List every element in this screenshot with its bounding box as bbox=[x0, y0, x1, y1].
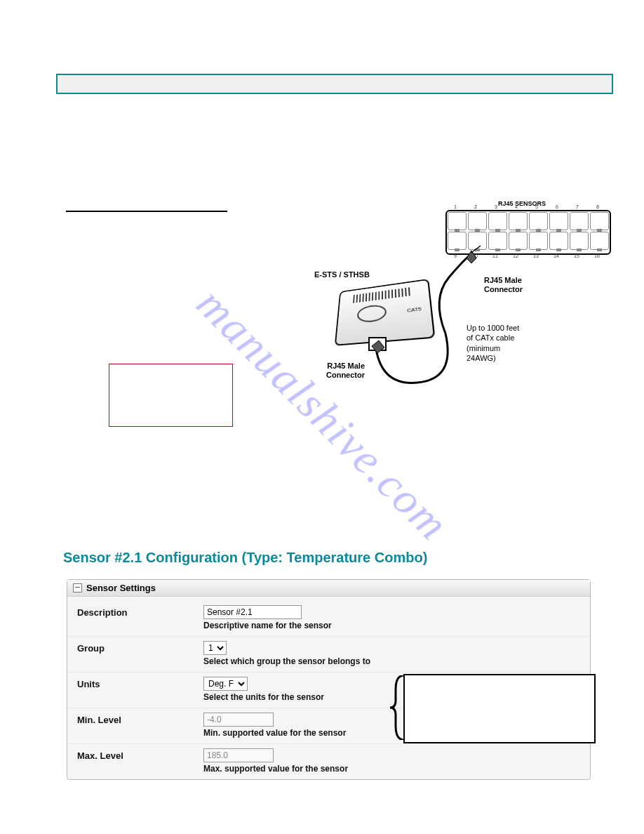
connection-diagram: RJ45 SENSORS 1 2 3 4 5 6 7 8 9 10 11 12 … bbox=[309, 200, 610, 397]
panel-header-label: Sensor Settings bbox=[86, 583, 156, 593]
group-label: Group bbox=[77, 641, 203, 654]
range-callout-box bbox=[403, 674, 596, 743]
units-label: Units bbox=[77, 677, 203, 689]
group-help: Select which group the sensor belongs to bbox=[203, 656, 580, 666]
description-label: Description bbox=[77, 605, 203, 618]
field-group: Group 1 Select which group the sensor be… bbox=[67, 637, 590, 673]
field-description: Description Descriptive name for the sen… bbox=[67, 601, 590, 637]
rj45-male-bottom-label: RJ45 Male Connector bbox=[323, 362, 365, 380]
rj45-male-top-label: RJ45 Male Connector bbox=[484, 276, 523, 294]
collapse-icon[interactable] bbox=[73, 583, 82, 593]
svg-marker-1 bbox=[372, 340, 384, 353]
max-level-label: Max. Level bbox=[77, 748, 203, 761]
units-select[interactable]: Deg. F bbox=[203, 677, 248, 691]
panel-header[interactable]: Sensor Settings bbox=[67, 580, 590, 597]
config-page-title: Sensor #2.1 Configuration (Type: Tempera… bbox=[63, 550, 427, 566]
description-input[interactable] bbox=[203, 605, 302, 619]
svg-line-2 bbox=[471, 246, 481, 253]
underline-rule bbox=[66, 211, 227, 212]
field-max-level: Max. Level Max. supported value for the … bbox=[67, 744, 590, 779]
max-level-help: Max. supported value for the sensor bbox=[203, 764, 580, 774]
min-level-input bbox=[203, 713, 274, 727]
red-callout-box bbox=[109, 364, 233, 427]
header-bar-box bbox=[56, 74, 613, 94]
description-help: Descriptive name for the sensor bbox=[203, 621, 580, 630]
document-page: RJ45 SENSORS 1 2 3 4 5 6 7 8 9 10 11 12 … bbox=[0, 0, 644, 834]
group-select[interactable]: 1 bbox=[203, 641, 227, 655]
cable-length-note: Up to 1000 feet of CATx cable (minimum 2… bbox=[467, 323, 519, 363]
min-level-label: Min. Level bbox=[77, 713, 203, 725]
max-level-input bbox=[203, 748, 274, 762]
